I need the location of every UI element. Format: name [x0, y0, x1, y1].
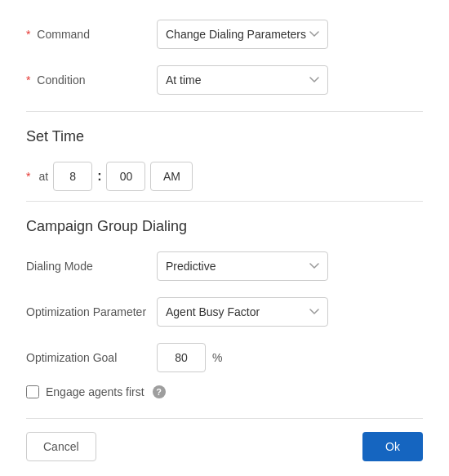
optimization-goal-label-text: Optimization Goal — [26, 351, 117, 364]
dialing-mode-row: Dialing Mode Predictive — [26, 251, 423, 281]
campaign-title: Campaign Group Dialing — [26, 218, 423, 235]
minute-input[interactable] — [106, 162, 145, 191]
engage-agents-row: Engage agents first ? — [26, 385, 423, 398]
optimization-parameter-row: Optimization Parameter Agent Busy Factor — [26, 297, 423, 327]
command-select[interactable]: Change Dialing Parameters — [157, 20, 328, 49]
optimization-goal-input[interactable] — [157, 343, 206, 372]
campaign-section: Campaign Group Dialing Dialing Mode Pred… — [26, 218, 423, 398]
optimization-parameter-label: Optimization Parameter — [26, 305, 157, 318]
dialing-mode-label-text: Dialing Mode — [26, 260, 93, 273]
time-colon: : — [97, 169, 101, 184]
condition-label-text: Condition — [37, 73, 85, 87]
optimization-goal-row: Optimization Goal % — [26, 343, 423, 372]
dialing-mode-label: Dialing Mode — [26, 260, 157, 273]
condition-label: * Condition — [26, 73, 157, 87]
set-time-section: Set Time * at : — [26, 128, 423, 191]
cancel-button[interactable]: Cancel — [26, 432, 96, 461]
ok-button[interactable]: Ok — [362, 432, 423, 461]
time-required-star: * — [26, 170, 30, 183]
dialog-container: * Command Change Dialing Parameters * Co… — [0, 0, 449, 476]
command-label-text: Command — [37, 28, 90, 41]
optimization-parameter-select[interactable]: Agent Busy Factor — [157, 297, 328, 327]
hour-input[interactable] — [53, 162, 92, 191]
divider-2 — [26, 201, 423, 202]
percent-label: % — [212, 351, 222, 364]
help-icon[interactable]: ? — [153, 385, 166, 398]
time-row: * at : — [26, 162, 423, 191]
engage-agents-label: Engage agents first — [46, 385, 144, 398]
optimization-goal-label: Optimization Goal — [26, 351, 157, 364]
optimization-parameter-label-text: Optimization Parameter — [26, 305, 146, 318]
condition-row: * Condition At time — [26, 65, 423, 95]
ampm-input[interactable] — [150, 162, 193, 191]
at-label: at — [38, 170, 48, 183]
footer: Cancel Ok — [26, 418, 423, 461]
engage-agents-checkbox[interactable] — [26, 385, 39, 398]
command-row: * Command Change Dialing Parameters — [26, 20, 423, 49]
command-required-star: * — [26, 28, 30, 41]
dialing-mode-select[interactable]: Predictive — [157, 251, 328, 281]
condition-required-star: * — [26, 73, 30, 87]
command-label: * Command — [26, 28, 157, 41]
divider-1 — [26, 111, 423, 112]
set-time-title: Set Time — [26, 128, 423, 145]
condition-select[interactable]: At time — [157, 65, 328, 95]
